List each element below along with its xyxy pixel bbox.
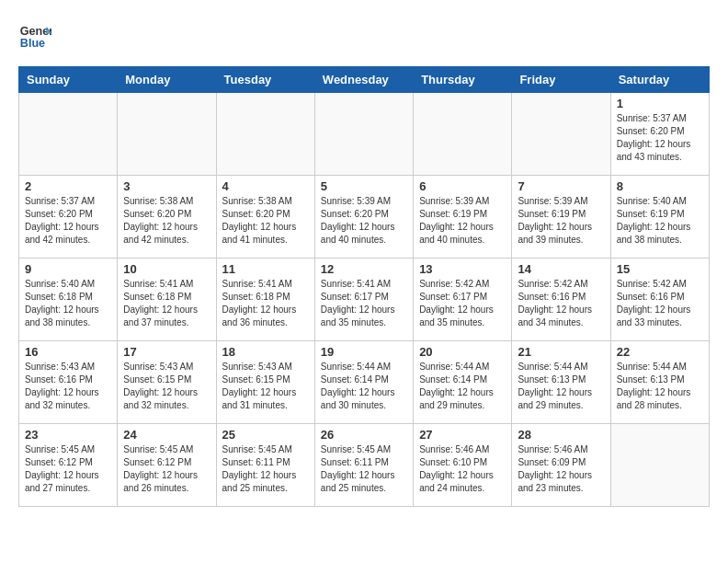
day-number: 27: [419, 428, 506, 442]
calendar-day-cell: 17Sunrise: 5:43 AM Sunset: 6:15 PM Dayli…: [118, 341, 216, 424]
day-info: Sunrise: 5:46 AM Sunset: 6:10 PM Dayligh…: [419, 443, 506, 495]
day-number: 8: [617, 179, 703, 193]
calendar-day-cell: 22Sunrise: 5:44 AM Sunset: 6:13 PM Dayli…: [610, 341, 709, 424]
calendar-day-cell: 2Sunrise: 5:37 AM Sunset: 6:20 PM Daylig…: [19, 176, 118, 259]
calendar-day-cell: 9Sunrise: 5:40 AM Sunset: 6:18 PM Daylig…: [19, 259, 118, 341]
day-info: Sunrise: 5:43 AM Sunset: 6:15 PM Dayligh…: [222, 361, 309, 412]
calendar-day-cell: 15Sunrise: 5:42 AM Sunset: 6:16 PM Dayli…: [610, 259, 709, 341]
day-info: Sunrise: 5:43 AM Sunset: 6:15 PM Dayligh…: [123, 361, 210, 412]
calendar-day-cell: [414, 93, 512, 176]
day-number: 5: [321, 179, 407, 193]
day-number: 18: [222, 345, 309, 359]
calendar-day-cell: 23Sunrise: 5:45 AM Sunset: 6:12 PM Dayli…: [19, 424, 118, 507]
day-number: 14: [518, 262, 604, 276]
calendar-week-row: 23Sunrise: 5:45 AM Sunset: 6:12 PM Dayli…: [19, 424, 710, 507]
day-number: 10: [123, 262, 210, 276]
day-number: 4: [222, 179, 309, 193]
calendar-day-cell: 5Sunrise: 5:39 AM Sunset: 6:20 PM Daylig…: [314, 176, 413, 259]
calendar-day-cell: [512, 93, 610, 176]
day-info: Sunrise: 5:40 AM Sunset: 6:18 PM Dayligh…: [25, 278, 111, 329]
day-info: Sunrise: 5:45 AM Sunset: 6:12 PM Dayligh…: [25, 443, 111, 495]
day-number: 26: [321, 428, 407, 442]
logo-icon: General Blue: [18, 18, 51, 52]
weekday-header: Wednesday: [314, 67, 413, 93]
calendar-day-cell: 7Sunrise: 5:39 AM Sunset: 6:19 PM Daylig…: [512, 176, 610, 259]
day-info: Sunrise: 5:39 AM Sunset: 6:20 PM Dayligh…: [321, 195, 407, 247]
calendar-day-cell: 19Sunrise: 5:44 AM Sunset: 6:14 PM Dayli…: [314, 341, 413, 424]
calendar-day-cell: 28Sunrise: 5:46 AM Sunset: 6:09 PM Dayli…: [512, 424, 610, 507]
weekday-header-row: SundayMondayTuesdayWednesdayThursdayFrid…: [19, 67, 710, 93]
day-info: Sunrise: 5:38 AM Sunset: 6:20 PM Dayligh…: [222, 195, 309, 247]
day-info: Sunrise: 5:42 AM Sunset: 6:17 PM Dayligh…: [419, 278, 506, 329]
calendar-day-cell: 20Sunrise: 5:44 AM Sunset: 6:14 PM Dayli…: [414, 341, 512, 424]
day-info: Sunrise: 5:37 AM Sunset: 6:20 PM Dayligh…: [25, 195, 111, 247]
calendar-day-cell: [19, 93, 118, 176]
day-info: Sunrise: 5:41 AM Sunset: 6:18 PM Dayligh…: [123, 278, 210, 329]
day-info: Sunrise: 5:45 AM Sunset: 6:11 PM Dayligh…: [321, 443, 407, 495]
day-number: 28: [518, 428, 604, 442]
calendar-day-cell: 11Sunrise: 5:41 AM Sunset: 6:18 PM Dayli…: [216, 259, 314, 341]
calendar-day-cell: 13Sunrise: 5:42 AM Sunset: 6:17 PM Dayli…: [414, 259, 512, 341]
calendar-day-cell: 26Sunrise: 5:45 AM Sunset: 6:11 PM Dayli…: [314, 424, 413, 507]
day-info: Sunrise: 5:39 AM Sunset: 6:19 PM Dayligh…: [518, 195, 604, 247]
day-number: 15: [617, 262, 703, 276]
calendar-week-row: 1Sunrise: 5:37 AM Sunset: 6:20 PM Daylig…: [19, 93, 710, 176]
calendar-day-cell: 18Sunrise: 5:43 AM Sunset: 6:15 PM Dayli…: [216, 341, 314, 424]
calendar-day-cell: 3Sunrise: 5:38 AM Sunset: 6:20 PM Daylig…: [118, 176, 216, 259]
calendar-day-cell: 27Sunrise: 5:46 AM Sunset: 6:10 PM Dayli…: [414, 424, 512, 507]
day-number: 9: [25, 262, 111, 276]
day-info: Sunrise: 5:44 AM Sunset: 6:14 PM Dayligh…: [321, 361, 407, 412]
day-info: Sunrise: 5:38 AM Sunset: 6:20 PM Dayligh…: [123, 195, 210, 247]
weekday-header: Sunday: [19, 67, 118, 93]
day-info: Sunrise: 5:46 AM Sunset: 6:09 PM Dayligh…: [518, 443, 604, 495]
calendar-day-cell: 14Sunrise: 5:42 AM Sunset: 6:16 PM Dayli…: [512, 259, 610, 341]
day-info: Sunrise: 5:43 AM Sunset: 6:16 PM Dayligh…: [25, 361, 111, 412]
calendar-day-cell: 1Sunrise: 5:37 AM Sunset: 6:20 PM Daylig…: [610, 93, 709, 176]
day-number: 17: [123, 345, 210, 359]
day-number: 22: [617, 345, 703, 359]
day-info: Sunrise: 5:39 AM Sunset: 6:19 PM Dayligh…: [419, 195, 506, 247]
day-number: 21: [518, 345, 604, 359]
weekday-header: Tuesday: [216, 67, 314, 93]
calendar-day-cell: 24Sunrise: 5:45 AM Sunset: 6:12 PM Dayli…: [118, 424, 216, 507]
day-info: Sunrise: 5:45 AM Sunset: 6:12 PM Dayligh…: [123, 443, 210, 495]
day-number: 23: [25, 428, 111, 442]
calendar-day-cell: 8Sunrise: 5:40 AM Sunset: 6:19 PM Daylig…: [610, 176, 709, 259]
calendar-day-cell: [314, 93, 413, 176]
calendar-day-cell: [216, 93, 314, 176]
weekday-header: Thursday: [414, 67, 512, 93]
calendar-day-cell: 4Sunrise: 5:38 AM Sunset: 6:20 PM Daylig…: [216, 176, 314, 259]
day-info: Sunrise: 5:44 AM Sunset: 6:13 PM Dayligh…: [518, 361, 604, 412]
day-info: Sunrise: 5:41 AM Sunset: 6:18 PM Dayligh…: [222, 278, 309, 329]
day-info: Sunrise: 5:42 AM Sunset: 6:16 PM Dayligh…: [617, 278, 703, 329]
calendar-day-cell: 12Sunrise: 5:41 AM Sunset: 6:17 PM Dayli…: [314, 259, 413, 341]
day-number: 12: [321, 262, 407, 276]
day-number: 20: [419, 345, 506, 359]
day-number: 13: [419, 262, 506, 276]
day-number: 6: [419, 179, 506, 193]
day-number: 7: [518, 179, 604, 193]
calendar-day-cell: 10Sunrise: 5:41 AM Sunset: 6:18 PM Dayli…: [118, 259, 216, 341]
day-info: Sunrise: 5:45 AM Sunset: 6:11 PM Dayligh…: [222, 443, 309, 495]
day-info: Sunrise: 5:42 AM Sunset: 6:16 PM Dayligh…: [518, 278, 604, 329]
calendar-day-cell: 16Sunrise: 5:43 AM Sunset: 6:16 PM Dayli…: [19, 341, 118, 424]
day-info: Sunrise: 5:44 AM Sunset: 6:14 PM Dayligh…: [419, 361, 506, 412]
svg-text:Blue: Blue: [20, 37, 45, 50]
calendar-week-row: 16Sunrise: 5:43 AM Sunset: 6:16 PM Dayli…: [19, 341, 710, 424]
calendar-week-row: 9Sunrise: 5:40 AM Sunset: 6:18 PM Daylig…: [19, 259, 710, 341]
day-number: 1: [617, 97, 703, 110]
day-number: 3: [123, 179, 210, 193]
day-number: 2: [25, 179, 111, 193]
calendar-day-cell: 6Sunrise: 5:39 AM Sunset: 6:19 PM Daylig…: [414, 176, 512, 259]
day-info: Sunrise: 5:41 AM Sunset: 6:17 PM Dayligh…: [321, 278, 407, 329]
calendar-day-cell: 21Sunrise: 5:44 AM Sunset: 6:13 PM Dayli…: [512, 341, 610, 424]
day-number: 11: [222, 262, 309, 276]
day-number: 19: [321, 345, 407, 359]
calendar-table: SundayMondayTuesdayWednesdayThursdayFrid…: [18, 66, 710, 507]
day-info: Sunrise: 5:40 AM Sunset: 6:19 PM Dayligh…: [617, 195, 703, 247]
day-number: 25: [222, 428, 309, 442]
weekday-header: Friday: [512, 67, 610, 93]
day-number: 24: [123, 428, 210, 442]
day-info: Sunrise: 5:37 AM Sunset: 6:20 PM Dayligh…: [617, 112, 703, 164]
page-header: General Blue: [18, 18, 710, 52]
